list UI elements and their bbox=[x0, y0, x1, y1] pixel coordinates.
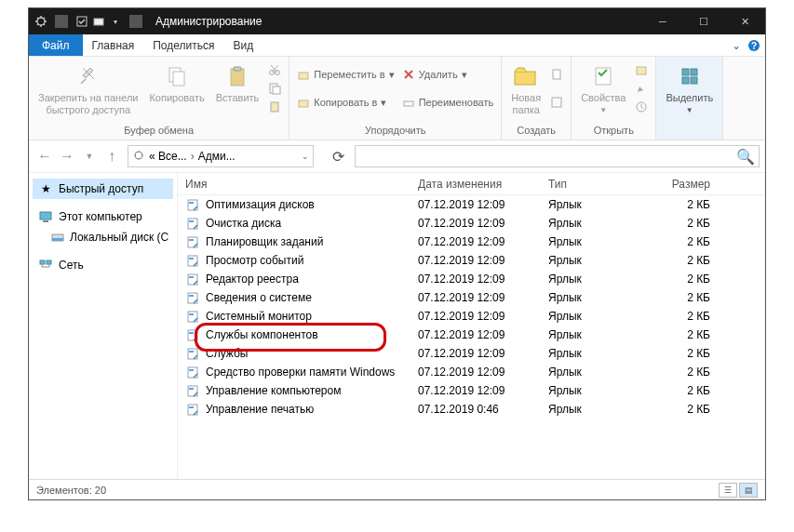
table-row[interactable]: Планировщик заданий07.12.2019 12:09Ярлык… bbox=[178, 233, 765, 251]
svg-rect-24 bbox=[682, 69, 689, 75]
table-row[interactable]: Очистка диска07.12.2019 12:09Ярлык2 КБ bbox=[178, 214, 765, 233]
chevron-down-titlebar-icon[interactable]: ▾ bbox=[109, 15, 122, 28]
up-button[interactable]: ↑ bbox=[101, 146, 122, 166]
file-type: Ярлык bbox=[541, 328, 653, 341]
sidebar: ★ Быстрый доступ Этот компьютер Локальны… bbox=[29, 173, 178, 479]
properties-button[interactable]: Свойства▼ bbox=[577, 60, 629, 116]
rename-button[interactable]: Переименовать bbox=[400, 93, 496, 112]
sidebar-item-local-disk[interactable]: Локальный диск (C bbox=[33, 227, 173, 247]
sidebar-item-this-pc[interactable]: Этот компьютер bbox=[33, 206, 173, 227]
table-row[interactable]: Управление печатью07.12.2019 0:46Ярлык2 … bbox=[178, 400, 765, 419]
column-name[interactable]: Имя bbox=[178, 178, 410, 191]
table-row[interactable]: Средство проверки памяти Windows07.12.20… bbox=[178, 363, 765, 381]
help-icon[interactable]: ? bbox=[743, 34, 765, 56]
file-size: 2 КБ bbox=[653, 217, 718, 230]
file-size: 2 КБ bbox=[653, 384, 718, 397]
recent-dropdown-icon[interactable]: ▼ bbox=[79, 146, 100, 166]
column-size[interactable]: Размер bbox=[653, 178, 718, 191]
tab-view[interactable]: Вид bbox=[223, 34, 262, 56]
edit-button[interactable] bbox=[633, 79, 650, 98]
pin-quickaccess-button[interactable]: Закрепить на панели быстрого доступа bbox=[34, 60, 141, 117]
column-type[interactable]: Тип bbox=[541, 178, 653, 191]
file-type: Ярлык bbox=[541, 384, 653, 397]
file-date: 07.12.2019 12:09 bbox=[410, 217, 541, 230]
file-size: 2 КБ bbox=[653, 291, 718, 304]
delete-button[interactable]: Удалить ▾ bbox=[400, 65, 496, 84]
cut-button[interactable] bbox=[266, 60, 283, 79]
paste-shortcut-button[interactable] bbox=[266, 98, 283, 116]
address-bar[interactable]: « Все... › Адми... ⌄ bbox=[128, 145, 314, 167]
sidebar-item-network[interactable]: Сеть bbox=[33, 255, 173, 275]
file-name: Управление печатью bbox=[206, 403, 314, 416]
group-select: Выделить▼ bbox=[656, 57, 723, 140]
select-icon bbox=[676, 62, 704, 90]
svg-rect-42 bbox=[189, 258, 194, 259]
refresh-button[interactable]: ⟳ bbox=[327, 145, 349, 167]
back-button[interactable]: ← bbox=[34, 146, 55, 166]
nav-row: ← → ▼ ↑ « Все... › Адми... ⌄ ⟳ 🔍 bbox=[29, 140, 765, 172]
close-button[interactable]: ✕ bbox=[724, 8, 765, 34]
minimize-button[interactable]: ─ bbox=[642, 8, 683, 34]
history-button[interactable] bbox=[633, 98, 650, 116]
file-size: 2 КБ bbox=[653, 403, 718, 416]
table-row[interactable]: Службы компонентов07.12.2019 12:09Ярлык2… bbox=[178, 326, 765, 344]
list-header: Имя Дата изменения Тип Размер bbox=[178, 173, 765, 195]
chevron-right-icon[interactable]: › bbox=[191, 150, 195, 163]
properties-icon bbox=[589, 62, 617, 90]
moveto-button[interactable]: Переместить в ▾ bbox=[295, 65, 396, 84]
sidebar-item-quick-access[interactable]: ★ Быстрый доступ bbox=[33, 179, 173, 199]
table-row[interactable]: Управление компьютером07.12.2019 12:09Яр… bbox=[178, 381, 765, 400]
column-date[interactable]: Дата изменения bbox=[410, 178, 541, 191]
copy-button[interactable]: Копировать bbox=[145, 60, 208, 106]
new-folder-button[interactable]: Новая папка bbox=[507, 60, 545, 117]
file-name: Просмотр событий bbox=[206, 254, 303, 267]
new-item-button[interactable] bbox=[548, 65, 565, 84]
group-organize: Переместить в ▾ Копировать в ▾ Удалить ▾… bbox=[289, 57, 502, 140]
svg-rect-16 bbox=[299, 100, 308, 107]
chevron-down-icon[interactable]: ⌄ bbox=[302, 152, 309, 161]
table-row[interactable]: Службы07.12.2019 12:09Ярлык2 КБ bbox=[178, 344, 765, 363]
view-tiles-button[interactable]: ▤ bbox=[739, 483, 758, 498]
easy-access-button[interactable] bbox=[548, 93, 565, 112]
file-size: 2 КБ bbox=[653, 254, 718, 267]
shortcut-icon bbox=[185, 346, 200, 361]
search-input[interactable]: 🔍 bbox=[355, 145, 760, 167]
file-list: Имя Дата изменения Тип Размер Оптимизаци… bbox=[178, 173, 765, 479]
table-row[interactable]: Просмотр событий07.12.2019 12:09Ярлык2 К… bbox=[178, 251, 765, 270]
file-date: 07.12.2019 12:09 bbox=[410, 310, 541, 323]
svg-rect-58 bbox=[189, 406, 194, 408]
shortcut-icon bbox=[185, 290, 200, 305]
select-button[interactable]: Выделить▼ bbox=[662, 60, 717, 116]
svg-rect-54 bbox=[189, 369, 194, 371]
file-type: Ярлык bbox=[541, 254, 653, 267]
forward-button[interactable]: → bbox=[57, 146, 77, 166]
network-icon bbox=[38, 258, 53, 273]
table-row[interactable]: Редактор реестра07.12.2019 12:09Ярлык2 К… bbox=[178, 270, 765, 288]
tab-file[interactable]: Файл bbox=[29, 34, 83, 56]
open-button[interactable] bbox=[633, 60, 650, 79]
pin-icon bbox=[74, 62, 102, 90]
shortcut-icon bbox=[185, 197, 200, 212]
maximize-button[interactable]: ☐ bbox=[683, 8, 724, 34]
table-row[interactable]: Сведения о системе07.12.2019 12:09Ярлык2… bbox=[178, 288, 765, 307]
svg-rect-50 bbox=[189, 332, 194, 334]
checkbox-icon[interactable] bbox=[75, 15, 88, 28]
copyto-button[interactable]: Копировать в ▾ bbox=[295, 93, 396, 112]
paste-icon bbox=[223, 62, 251, 90]
tab-home[interactable]: Главная bbox=[83, 34, 144, 56]
view-details-button[interactable]: ☰ bbox=[719, 483, 737, 498]
table-row[interactable]: Системный монитор07.12.2019 12:09Ярлык2 … bbox=[178, 307, 765, 326]
svg-rect-40 bbox=[189, 239, 194, 241]
ribbon-collapse-icon[interactable]: ⌄ bbox=[730, 34, 743, 56]
tab-share[interactable]: Поделиться bbox=[143, 34, 223, 56]
copy-path-button[interactable] bbox=[266, 79, 283, 98]
status-bar: Элементов: 20 ☰ ▤ bbox=[29, 479, 765, 499]
svg-rect-30 bbox=[43, 220, 48, 222]
file-date: 07.12.2019 12:09 bbox=[410, 291, 541, 304]
shortcut-icon bbox=[185, 327, 200, 342]
file-name: Очистка диска bbox=[206, 217, 281, 230]
paste-button[interactable]: Вставить bbox=[212, 60, 263, 106]
shortcut-icon bbox=[185, 234, 200, 249]
table-row[interactable]: Оптимизация дисков07.12.2019 12:09Ярлык2… bbox=[178, 195, 765, 214]
file-date: 07.12.2019 12:09 bbox=[410, 235, 541, 248]
